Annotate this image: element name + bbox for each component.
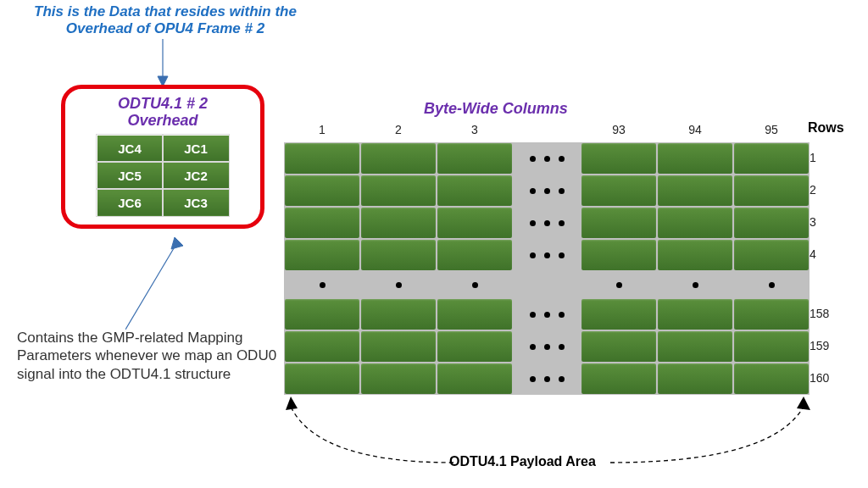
payload-cell (360, 142, 437, 175)
payload-cell (437, 298, 513, 330)
ellipsis-col (513, 175, 581, 207)
row-label: 2 (810, 183, 843, 197)
jc-cell: JC4 (97, 135, 163, 162)
payload-cell (657, 207, 733, 239)
payload-cell (437, 363, 513, 395)
jc-cell: JC6 (97, 189, 163, 216)
svg-marker-3 (171, 237, 183, 249)
ellipsis-col (513, 330, 581, 363)
payload-cell (581, 239, 657, 271)
payload-cell (657, 363, 733, 395)
payload-cell (733, 239, 810, 271)
payload-cell (657, 298, 733, 330)
payload-cell (360, 363, 437, 395)
payload-grid (284, 142, 810, 395)
col-label: 2 (360, 123, 437, 136)
payload-row (284, 175, 810, 207)
ellipsis-col (513, 239, 581, 271)
payload-cell (284, 363, 360, 395)
arrow-desc-to-overhead (125, 232, 227, 334)
payload-row (284, 298, 810, 330)
col-label: 1 (284, 123, 360, 136)
ellipsis-dot (437, 271, 513, 298)
ellipsis-dot (284, 271, 360, 298)
payload-cell (733, 175, 810, 207)
ellipsis-col (513, 207, 581, 239)
row-label: 4 (810, 247, 843, 261)
ellipsis-dot (581, 271, 657, 298)
jc-cell: JC1 (163, 135, 229, 162)
ellipsis-dot (360, 271, 437, 298)
jc-cell: JC2 (163, 162, 229, 189)
payload-cell (733, 142, 810, 175)
opu4-caption: This is the Data that resides within the… (34, 3, 297, 38)
payload-cell (284, 239, 360, 271)
payload-cell (581, 175, 657, 207)
row-label: 158 (810, 307, 843, 320)
svg-marker-4 (286, 396, 298, 410)
payload-cell (733, 330, 810, 363)
payload-cell (360, 207, 437, 239)
odtu-overhead-box: ODTU4.1 # 2 Overhead JC4 JC1 JC5 JC2 JC6… (61, 85, 264, 229)
rows-title: Rows (808, 120, 844, 136)
payload-cell (657, 142, 733, 175)
payload-row (284, 330, 810, 363)
payload-cell (284, 175, 360, 207)
ellipsis-col (513, 363, 581, 395)
ellipsis-col (513, 142, 581, 175)
payload-cell (657, 175, 733, 207)
payload-cell (581, 363, 657, 395)
ellipsis-dot (513, 271, 581, 298)
gmp-caption: Contains the GMP-related Mapping Paramet… (17, 329, 280, 383)
row-label: 3 (810, 215, 843, 229)
jc-table: JC4 JC1 JC5 JC2 JC6 JC3 (97, 135, 230, 217)
payload-cell (657, 330, 733, 363)
col-label: 95 (733, 123, 810, 136)
dashed-arrow-right (602, 396, 814, 464)
col-label: 3 (437, 123, 513, 136)
col-label: 93 (581, 123, 657, 136)
ellipsis-col (513, 298, 581, 330)
svg-marker-5 (797, 396, 810, 410)
row-label: 160 (810, 371, 843, 385)
payload-cell (581, 330, 657, 363)
payload-cell (437, 207, 513, 239)
ellipsis-row (284, 271, 810, 298)
ellipsis-dot (657, 271, 733, 298)
overhead-title-line1: ODTU4.1 # 2 (118, 95, 208, 112)
payload-cell (733, 298, 810, 330)
payload-cell (360, 239, 437, 271)
row-label: 1 (810, 151, 843, 164)
payload-cell (581, 142, 657, 175)
ellipsis-dot (733, 271, 810, 298)
payload-cell (284, 298, 360, 330)
payload-cell (360, 175, 437, 207)
payload-cell (360, 330, 437, 363)
arrow-top-to-overhead (153, 39, 186, 88)
payload-cell (284, 330, 360, 363)
payload-row (284, 239, 810, 271)
payload-row (284, 363, 810, 395)
payload-cell (437, 330, 513, 363)
dashed-arrow-left (284, 396, 470, 464)
payload-row (284, 207, 810, 239)
payload-cell (437, 239, 513, 271)
jc-cell: JC3 (163, 189, 229, 216)
payload-area-label: ODTU4.1 Payload Area (449, 454, 596, 469)
payload-row (284, 142, 810, 175)
payload-cell (437, 142, 513, 175)
jc-cell: JC5 (97, 162, 163, 189)
overhead-title: ODTU4.1 # 2 Overhead (65, 96, 260, 130)
payload-cell (437, 175, 513, 207)
svg-line-2 (125, 244, 176, 330)
overhead-title-line2: Overhead (127, 112, 198, 129)
payload-cell (360, 298, 437, 330)
payload-cell (284, 207, 360, 239)
payload-cell (733, 207, 810, 239)
payload-cell (657, 239, 733, 271)
payload-cell (581, 207, 657, 239)
payload-cell (581, 298, 657, 330)
row-label: 159 (810, 339, 843, 352)
payload-cell (733, 363, 810, 395)
byte-wide-columns-title: Byte-Wide Columns (424, 100, 568, 118)
